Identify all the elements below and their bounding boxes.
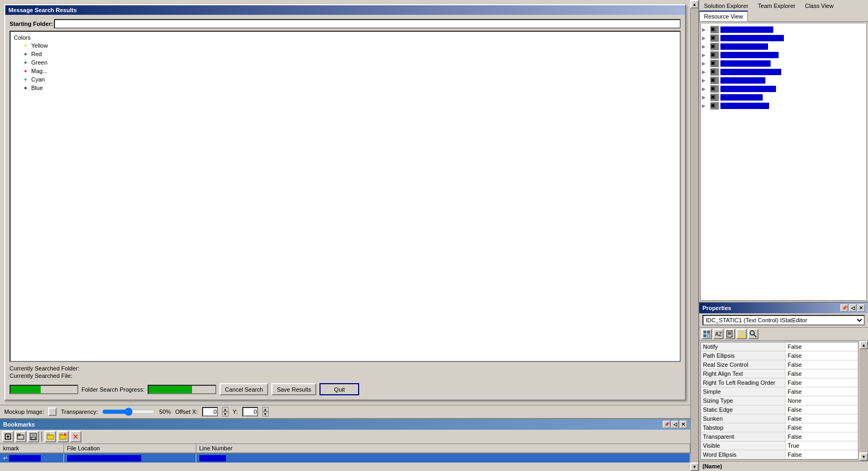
prop-row-word-ellipsis[interactable]: Word Ellipsis False <box>701 450 858 459</box>
prop-row-visible[interactable]: Visible True <box>701 441 858 450</box>
results-tree[interactable]: Colors ✦ Yellow ✦ Red ✦ Green <box>10 31 681 362</box>
tree-item-magenta[interactable]: ✦ Mag... <box>13 67 678 75</box>
prop-row-notify[interactable]: Notify False <box>701 342 858 351</box>
prop-row-simple[interactable]: Simple False <box>701 387 858 396</box>
tree-item-red[interactable]: ✦ Red <box>13 50 678 58</box>
transparency-slider[interactable] <box>102 407 155 416</box>
prop-row-path-ellipsis[interactable]: Path Ellipsis False <box>701 351 858 360</box>
right-tree-item-2[interactable]: ▶ ▣ <box>701 34 866 42</box>
right-tree-item-8[interactable]: ▶ ▣ <box>701 85 866 93</box>
tree-label-9 <box>720 94 763 101</box>
save-results-button[interactable]: Save Results <box>271 383 316 395</box>
offset-x-input[interactable] <box>202 407 218 416</box>
red-icon: ✦ <box>21 50 30 58</box>
offset-y-input[interactable] <box>242 407 258 416</box>
file-icon-5: ▣ <box>710 60 719 67</box>
scroll-up-btn[interactable]: ▲ <box>690 0 699 8</box>
right-tree-panel[interactable]: ▶ ▣ ▶ ▣ ▶ ▣ ▶ ▣ <box>700 23 867 301</box>
file-location-cell <box>63 453 196 463</box>
mockup-scroll-thumb[interactable] <box>48 407 57 416</box>
tree-item-magenta-label: Mag... <box>31 68 48 74</box>
expand-icon-9: ▶ <box>702 95 710 100</box>
offset-y-down[interactable]: ▼ <box>262 412 269 416</box>
right-tree-item-7[interactable]: ▶ ▣ <box>701 76 866 85</box>
svg-rect-19 <box>727 331 732 337</box>
prop-categories-btn[interactable] <box>701 329 712 339</box>
offset-x-down[interactable]: ▼ <box>222 412 229 416</box>
properties-pin-btn[interactable]: 📌 <box>840 304 848 312</box>
bookmarks-save-btn[interactable] <box>28 431 39 442</box>
bookmarks-new-btn[interactable] <box>2 431 14 442</box>
scroll-track[interactable] <box>691 8 698 463</box>
right-tree-item-5[interactable]: ▶ ▣ <box>701 59 866 68</box>
right-tree-item-4[interactable]: ▶ ▣ <box>701 51 866 59</box>
properties-object-select[interactable]: IDC_STATIC1 (Text Control) IStatEditor <box>702 315 865 325</box>
offset-x-spinner[interactable]: ▲ ▼ <box>222 407 229 416</box>
prop-row-real-size[interactable]: Real Size Control False <box>701 360 858 369</box>
right-tree-item-3[interactable]: ▶ ▣ <box>701 42 866 51</box>
bookmarks-close-btn[interactable]: ✕ <box>680 421 687 428</box>
bookmarks-remove-btn[interactable]: ✕ <box>70 431 81 442</box>
prop-name-notify: Notify <box>701 342 785 351</box>
bookmarks-delete-folder-btn[interactable] <box>57 431 69 442</box>
col-file-location[interactable]: File Location <box>63 444 196 453</box>
right-tree-item-10[interactable]: ▶ ▣ <box>701 102 866 110</box>
properties-auto-hide-btn[interactable]: ◁ <box>849 304 856 312</box>
prop-name-sunken: Sunken <box>701 414 785 423</box>
table-row[interactable]: ↵ <box>0 453 690 463</box>
file-icon-2: ▣ <box>710 34 719 42</box>
tree-item-blue[interactable]: ✦ Blue <box>13 84 678 92</box>
bookmarks-folder-btn[interactable] <box>44 431 56 442</box>
bookmarks-pin-btn[interactable]: 📌 <box>663 421 670 428</box>
offset-y-up[interactable]: ▲ <box>262 407 269 412</box>
svg-rect-15 <box>707 331 710 333</box>
prop-row-sizing-type[interactable]: Sizing Type None <box>701 396 858 405</box>
offset-y-spinner[interactable]: ▲ ▼ <box>262 407 269 416</box>
prop-row-static-edge[interactable]: Static Edge False <box>701 405 858 414</box>
tree-item-green[interactable]: ✦ Green <box>13 58 678 67</box>
svg-text:!: ! <box>741 332 742 337</box>
properties-close-btn[interactable]: ✕ <box>857 304 865 312</box>
right-tree-item-9[interactable]: ▶ ▣ <box>701 93 866 102</box>
prop-name-real-size: Real Size Control <box>701 360 785 369</box>
prop-name-static-edge: Static Edge <box>701 405 785 414</box>
prop-search-btn[interactable] <box>748 329 759 339</box>
file-icon-9: ▣ <box>710 94 719 101</box>
tab-team-explorer[interactable]: Team Explorer <box>753 0 800 11</box>
tab-class-view[interactable]: Class View <box>800 0 838 11</box>
prop-row-tabstop[interactable]: Tabstop False <box>701 423 858 432</box>
cancel-search-button[interactable]: Cancel Search <box>220 383 268 395</box>
prop-scroll-down[interactable]: ▼ <box>860 452 868 461</box>
properties-scrollbar[interactable]: ▲ ▼ <box>860 341 868 461</box>
prop-pages-btn[interactable] <box>725 329 735 339</box>
right-tree-item-6[interactable]: ▶ ▣ <box>701 68 866 76</box>
col-bookmark[interactable]: kmark <box>0 444 63 453</box>
properties-grid[interactable]: Notify False Path Ellipsis False Real Si… <box>700 342 858 460</box>
tree-item-cyan[interactable]: ✦ Cyan <box>13 75 678 84</box>
tree-item-yellow[interactable]: ✦ Yellow <box>13 41 678 50</box>
prop-row-rtl[interactable]: Right To Left Reading Order False <box>701 378 858 387</box>
quit-button[interactable]: Quit <box>319 383 359 395</box>
main-scrollbar[interactable]: ▲ ▼ <box>690 0 699 471</box>
prop-row-sunken[interactable]: Sunken False <box>701 414 858 423</box>
scroll-down-btn[interactable]: ▼ <box>690 463 699 471</box>
bookmarks-open-btn[interactable] <box>15 431 26 442</box>
offset-x-up[interactable]: ▲ <box>222 407 229 412</box>
prop-row-right-align[interactable]: Right Align Text False <box>701 369 858 378</box>
bookmarks-auto-hide-btn[interactable]: ◁ <box>671 421 679 428</box>
prop-events-btn[interactable]: ! <box>736 329 747 339</box>
dialog-titlebar: Message Search Results <box>5 5 685 15</box>
expand-icon-3: ▶ <box>702 44 710 49</box>
bookmarks-titlebar: Bookmarks 📌 ◁ ✕ <box>0 419 690 430</box>
right-tree-item-1[interactable]: ▶ ▣ <box>701 25 866 34</box>
prop-row-transparent[interactable]: Transparent False <box>701 432 858 441</box>
tab-resource-view[interactable]: Resource View <box>699 11 748 21</box>
col-line-number[interactable]: Line Number <box>196 444 690 453</box>
starting-folder-input[interactable] <box>54 19 681 29</box>
prop-value-path-ellipsis: False <box>785 351 858 360</box>
prop-alpha-btn[interactable]: AZ <box>713 329 724 339</box>
prop-scroll-up[interactable]: ▲ <box>860 341 868 349</box>
status-section: Currently Searched Folder: Currently Sea… <box>10 365 681 380</box>
prop-scroll-track[interactable] <box>860 349 868 452</box>
tab-solution-explorer[interactable]: Solution Explorer <box>699 0 753 11</box>
